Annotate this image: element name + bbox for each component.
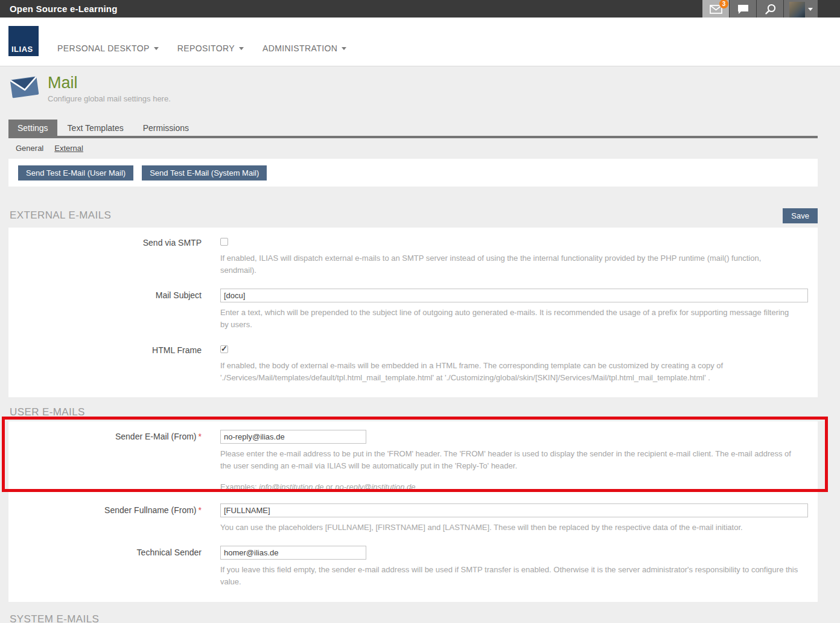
system-emails-header: SYSTEM E-MAILS [8,609,818,623]
subtab-bar: General External [8,138,818,159]
chevron-down-icon [154,47,159,50]
nav-administration[interactable]: ADMINISTRATION [262,43,346,53]
chevron-down-icon [808,8,813,11]
field-label: Sender Fullname (From)* [8,503,202,534]
field-label: HTML Frame [8,343,202,384]
external-emails-header: EXTERNAL E-MAILS Save [8,203,818,228]
tab-bar: Settings Text Templates Permissions [8,120,818,138]
tab-permissions[interactable]: Permissions [134,120,198,136]
user-sender-fullname-input[interactable] [220,503,808,517]
section-title: USER E-MAILS [10,406,85,418]
mail-subject-row: Mail Subject Enter a text, which will be… [8,289,808,331]
subtab-external[interactable]: External [54,144,83,153]
send-test-user-mail-button[interactable]: Send Test E-Mail (User Mail) [18,165,133,181]
field-help: Enter a text, which will be prepended to… [220,307,798,331]
main-content: Mail Configure global mail settings here… [8,66,818,623]
field-help: Please enter the e-mail address to be pu… [220,448,798,472]
field-help: If you leave this field empty, the sende… [220,564,798,588]
site-title: Open Source e-Learning [10,4,118,14]
field-examples: Examples: info@institution.de or no-repl… [220,482,808,491]
send-test-system-mail-button[interactable]: Send Test E-Mail (System Mail) [142,165,267,181]
technical-sender-input[interactable] [220,546,366,560]
mail-page-icon [8,73,40,101]
mail-subject-input[interactable] [220,289,808,302]
ilias-logo[interactable]: ILIAS [8,26,39,56]
main-navigation: PERSONAL DESKTOP REPOSITORY ADMINISTRATI… [57,43,365,53]
topbar-icon-group: 3 [702,0,818,18]
nav-personal-desktop[interactable]: PERSONAL DESKTOP [57,43,159,53]
section-title: SYSTEM E-MAILS [10,613,99,623]
mail-notifications-button[interactable]: 3 [702,0,729,19]
main-header: ILIAS PERSONAL DESKTOP REPOSITORY ADMINI… [0,18,840,66]
technical-sender-row: Technical Sender If you leave this field… [8,546,808,588]
send-via-smtp-checkbox[interactable] [220,238,228,246]
page-subtitle: Configure global mail settings here. [48,94,171,103]
required-marker: * [199,432,202,441]
user-emails-header: USER E-MAILS [8,403,818,421]
send-via-smtp-row: Send via SMTP If enabled, ILIAS will dis… [8,236,808,276]
top-bar: Open Source e-Learning 3 [0,0,840,18]
chevron-down-icon [342,47,346,50]
user-avatar [789,2,805,18]
chat-button[interactable] [730,0,756,19]
subtab-general[interactable]: General [16,144,43,153]
html-frame-checkbox[interactable] [220,345,228,353]
search-icon [765,4,776,15]
mail-badge: 3 [719,0,728,8]
page-title: Mail [48,74,171,92]
chat-icon [737,4,749,14]
field-help: You can use the placeholders [FULLNAME],… [220,522,798,534]
tab-settings[interactable]: Settings [8,120,57,136]
nav-repository[interactable]: REPOSITORY [177,43,244,53]
chevron-down-icon [239,47,244,50]
save-button[interactable]: Save [783,208,818,223]
user-sender-fullname-row: Sender Fullname (From)* You can use the … [8,503,808,534]
field-label: Send via SMTP [8,236,202,276]
user-sender-email-row: Sender E-Mail (From)* Please enter the e… [8,430,808,491]
field-label: Sender E-Mail (From)* [8,430,202,491]
section-title: EXTERNAL E-MAILS [10,209,111,222]
search-button[interactable] [757,0,783,19]
user-menu-button[interactable] [784,0,818,19]
html-frame-row: HTML Frame If enabled, the body of exter… [8,343,808,384]
field-label: Technical Sender [8,546,202,588]
field-label: Mail Subject [8,289,202,331]
external-emails-panel: Send via SMTP If enabled, ILIAS will dis… [8,228,818,397]
user-sender-email-input[interactable] [220,430,366,444]
test-mail-toolbar: Send Test E-Mail (User Mail) Send Test E… [8,159,818,187]
user-emails-panel: Sender E-Mail (From)* Please enter the e… [8,421,818,602]
tab-text-templates[interactable]: Text Templates [59,120,133,136]
field-help: If enabled, ILIAS will dispatch external… [220,252,798,276]
field-help: If enabled, the body of external e-mails… [220,360,798,384]
page-head: Mail Configure global mail settings here… [8,66,818,103]
required-marker: * [199,505,202,515]
